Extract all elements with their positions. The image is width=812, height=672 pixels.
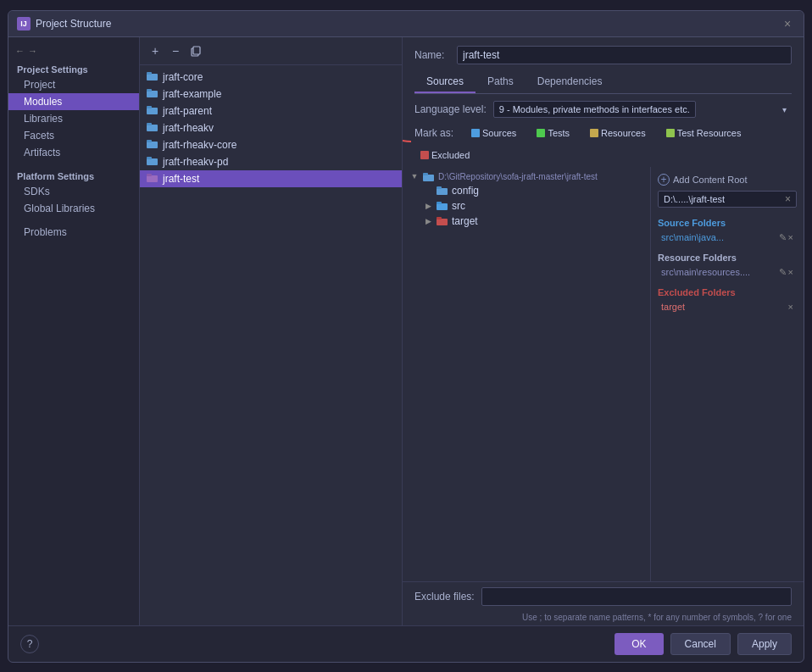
module-item-jraft-test[interactable]: jraft-test [140, 170, 402, 187]
resource-path-text: src\main\resources.... [661, 267, 776, 277]
svg-rect-6 [147, 108, 158, 114]
tree-item-config[interactable]: config [409, 183, 643, 198]
module-list-panel: + − jraft-core [140, 37, 403, 625]
apply-button[interactable]: Apply [737, 633, 792, 655]
svg-rect-19 [437, 188, 448, 195]
info-panel: + Add Content Root D:\.....\jraft-test ×… [651, 167, 804, 581]
nav-arrows: ← → [8, 44, 139, 61]
source-path-row: src\main\java... ✎ × [658, 231, 797, 244]
tree-item-target[interactable]: ▶ target [409, 214, 643, 229]
resources-dot [590, 129, 598, 137]
sidebar-item-sdks[interactable]: SDKs [8, 183, 139, 200]
sidebar-item-facets[interactable]: Facets [8, 127, 139, 144]
footer-buttons: OK Cancel Apply [615, 633, 792, 655]
svg-rect-23 [437, 219, 448, 225]
module-name-input[interactable] [457, 46, 792, 64]
resource-path-icons: ✎ × [779, 267, 793, 278]
mark-resources-button[interactable]: Resources [584, 126, 652, 140]
dialog-titlebar: IJ Project Structure × [8, 11, 804, 37]
svg-rect-15 [147, 174, 152, 176]
app-icon: IJ [17, 17, 31, 31]
ok-button[interactable]: OK [615, 633, 663, 655]
mark-as-area: Mark as: Sources Tests Resources [403, 125, 804, 167]
svg-rect-14 [147, 175, 158, 182]
resource-path-row: src\main\resources.... ✎ × [658, 266, 797, 279]
dialog-close-button[interactable]: × [780, 16, 795, 31]
resource-folders-label: Resource Folders [658, 253, 797, 263]
content-panel: Name: Sources Paths Dependencies Languag… [403, 37, 804, 625]
mark-test-resources-button[interactable]: Test Resources [660, 126, 748, 140]
svg-rect-12 [147, 158, 158, 165]
excluded-path-row: target × [658, 301, 797, 313]
tree-chevron-src: ▶ [423, 202, 433, 210]
module-item-jraft-rheakv-pd[interactable]: jraft-rheakv-pd [140, 153, 402, 170]
folder-icon-jraft-core [147, 71, 159, 83]
folder-icon-jraft-parent [147, 105, 159, 117]
exclude-files-row: Exclude files: [403, 581, 804, 611]
mark-as-row: Mark as: Sources Tests Resources [403, 125, 804, 167]
excluded-folders-label: Excluded Folders [658, 287, 797, 297]
forward-arrow[interactable]: → [28, 46, 37, 56]
sidebar-item-artifacts[interactable]: Artifacts [8, 144, 139, 161]
dialog-body: ← → Project Settings Project Modules Lib… [8, 37, 804, 625]
svg-rect-18 [423, 173, 428, 175]
cancel-button[interactable]: Cancel [670, 633, 731, 655]
content-top: Name: Sources Paths Dependencies [403, 37, 804, 94]
mark-tests-button[interactable]: Tests [531, 126, 576, 140]
tree-chevron-root: ▼ [409, 172, 420, 180]
module-item-jraft-parent[interactable]: jraft-parent [140, 103, 402, 119]
source-edit-button[interactable]: ✎ [779, 232, 787, 243]
source-remove-button[interactable]: × [788, 232, 793, 243]
resource-edit-button[interactable]: ✎ [779, 267, 787, 278]
sidebar-item-modules[interactable]: Modules [8, 93, 139, 110]
module-item-jraft-core[interactable]: jraft-core [140, 69, 402, 86]
add-content-root-button[interactable]: + Add Content Root [658, 172, 797, 187]
copy-module-button[interactable] [187, 42, 204, 59]
svg-rect-5 [147, 89, 152, 92]
exclude-files-label: Exclude files: [414, 591, 475, 603]
mark-sources-button[interactable]: Sources [465, 126, 522, 140]
svg-rect-4 [147, 91, 158, 97]
resource-remove-button[interactable]: × [788, 267, 793, 278]
source-path-icons: ✎ × [779, 232, 793, 243]
help-button[interactable]: ? [20, 635, 39, 653]
svg-rect-1 [193, 47, 200, 54]
folder-icon-target [437, 216, 448, 225]
folder-icon-config [437, 186, 448, 195]
dialog-footer: ? OK Cancel Apply [8, 625, 804, 662]
svg-rect-7 [147, 106, 152, 108]
project-structure-dialog: IJ Project Structure × ← → Project Setti… [8, 10, 804, 663]
excluded-dot [420, 151, 429, 159]
svg-rect-8 [147, 125, 158, 131]
sidebar-item-project[interactable]: Project [8, 76, 139, 93]
sidebar-item-problems[interactable]: Problems [8, 224, 139, 241]
language-level-select[interactable]: 9 - Modules, private methods in interfac… [493, 101, 696, 118]
module-item-jraft-rheakv-core[interactable]: jraft-rheakv-core [140, 136, 402, 153]
svg-rect-9 [147, 123, 152, 125]
language-level-label: Language level: [414, 103, 487, 115]
language-level-wrapper: 9 - Modules, private methods in interfac… [493, 101, 792, 118]
sidebar-item-libraries[interactable]: Libraries [8, 110, 139, 127]
tree-item-root[interactable]: ▼ D:\GitRepository\sofa-jraft-master\jra… [409, 170, 643, 183]
folder-icon-jraft-example [147, 88, 159, 100]
add-content-root-label: Add Content Root [673, 175, 747, 185]
tab-sources[interactable]: Sources [414, 71, 476, 93]
add-module-button[interactable]: + [147, 42, 164, 59]
tree-item-src[interactable]: ▶ src [409, 198, 643, 214]
content-root-remove-button[interactable]: × [785, 193, 791, 205]
remove-module-button[interactable]: − [167, 42, 184, 59]
module-item-jraft-example[interactable]: jraft-example [140, 86, 402, 103]
sources-content: Language level: 9 - Modules, private met… [403, 94, 804, 625]
exclude-files-input[interactable] [481, 587, 792, 606]
back-arrow[interactable]: ← [15, 46, 25, 56]
mark-as-label: Mark as: [414, 127, 453, 139]
sidebar-item-global-libraries[interactable]: Global Libraries [8, 200, 139, 217]
mark-excluded-button[interactable]: Excluded [414, 148, 476, 162]
tab-dependencies[interactable]: Dependencies [526, 71, 615, 93]
folder-icon-src [437, 201, 448, 210]
excluded-remove-button[interactable]: × [788, 302, 793, 312]
name-label: Name: [414, 49, 448, 61]
platform-settings-label: Platform Settings [8, 168, 139, 183]
module-item-jraft-rheakv[interactable]: jraft-rheakv [140, 119, 402, 136]
tab-paths[interactable]: Paths [476, 71, 526, 93]
